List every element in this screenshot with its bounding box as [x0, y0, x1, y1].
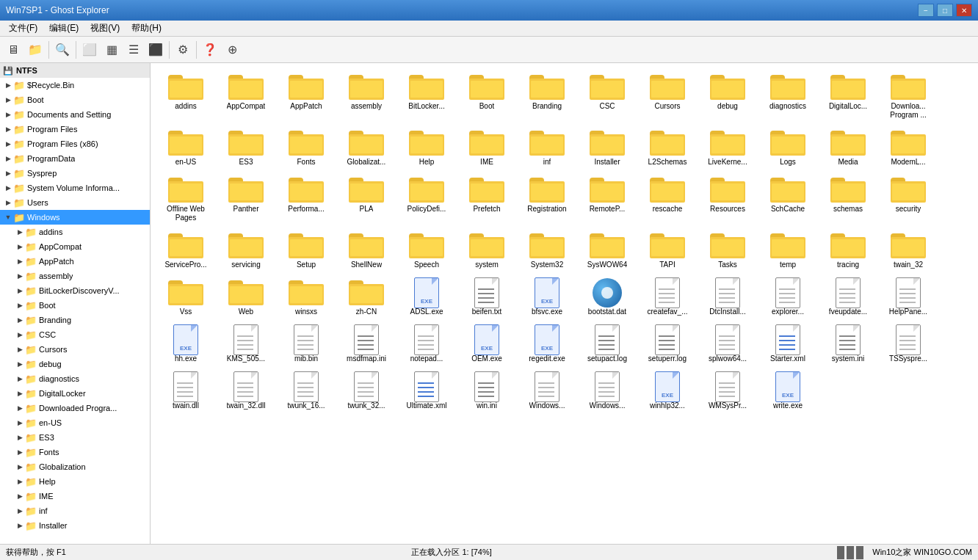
expander-14[interactable]: ▶	[15, 286, 25, 296]
sidebar-item-29[interactable]: ▶📁inf	[0, 503, 150, 518]
folder-item-28[interactable]: Performa...	[277, 172, 336, 226]
sidebar-item-9[interactable]: ▼📁Windows	[0, 210, 150, 225]
folder-item-42[interactable]: ShellNew	[337, 228, 396, 273]
expander-8[interactable]: ▶	[3, 197, 13, 208]
sidebar-item-8[interactable]: ▶📁Users	[0, 195, 150, 210]
folder-item-37[interactable]: schemas	[819, 172, 877, 226]
expander-26[interactable]: ▶	[15, 462, 25, 472]
file-item-18[interactable]: splwow64...	[698, 321, 757, 367]
expander-21[interactable]: ▶	[15, 388, 25, 399]
toolbar-btn-6[interactable]: ⬛	[145, 40, 166, 60]
toolbar-btn-8[interactable]: ⊕	[222, 40, 242, 60]
sidebar-item-18[interactable]: ▶📁Cursors	[0, 342, 150, 357]
folder-item-50[interactable]: tracing	[819, 228, 877, 273]
menu-file[interactable]: 文件(F)	[3, 21, 43, 36]
expander-17[interactable]: ▶	[15, 330, 25, 340]
toolbar-btn-4[interactable]: ▦	[101, 40, 122, 60]
folder-item-7[interactable]: CSC	[578, 69, 637, 123]
file-item-11[interactable]: mib.bin	[277, 321, 336, 367]
toolbar-btn-5[interactable]: ☰	[123, 40, 144, 60]
expander-2[interactable]: ▶	[3, 109, 13, 120]
expander-25[interactable]: ▶	[15, 447, 25, 457]
expander-15[interactable]: ▶	[15, 300, 25, 310]
expander-24[interactable]: ▶	[15, 432, 25, 443]
close-button[interactable]: ✕	[956, 4, 972, 17]
expander-1[interactable]: ▶	[3, 95, 13, 105]
folder-item-34[interactable]: rescache	[638, 172, 697, 226]
folder-item-39[interactable]: ServicePro...	[156, 228, 215, 273]
folder-item-3[interactable]: assembly	[337, 69, 396, 123]
folder-item-20[interactable]: Installer	[578, 125, 637, 170]
folder-item-10[interactable]: diagnostics	[758, 69, 817, 123]
folder-item-4[interactable]: BitLocker...	[397, 69, 456, 123]
expander-7[interactable]: ▶	[3, 183, 13, 193]
sidebar-item-17[interactable]: ▶📁CSC	[0, 327, 150, 342]
sidebar-item-6[interactable]: ▶📁Sysprep	[0, 166, 150, 181]
sidebar-item-25[interactable]: ▶📁Fonts	[0, 445, 150, 459]
expander-27[interactable]: ▶	[15, 476, 25, 487]
sidebar-item-24[interactable]: ▶📁ES3	[0, 430, 150, 445]
file-item-1[interactable]: beifen.txt	[457, 274, 516, 320]
folder-item-5[interactable]: Boot	[457, 69, 516, 123]
sidebar-item-21[interactable]: ▶📁DigitalLocker	[0, 386, 150, 401]
folder-item-40[interactable]: servicing	[217, 228, 275, 273]
sidebar-item-3[interactable]: ▶📁Program Files	[0, 122, 150, 137]
expander-6[interactable]: ▶	[3, 168, 13, 178]
sidebar-item-7[interactable]: ▶📁System Volume Informa...	[0, 181, 150, 195]
menu-edit[interactable]: 编辑(E)	[43, 21, 84, 36]
folder-item-48[interactable]: Tasks	[698, 228, 757, 273]
file-item-12[interactable]: msdfmap.ini	[337, 321, 396, 367]
expander-18[interactable]: ▶	[15, 344, 25, 354]
sidebar-item-15[interactable]: ▶📁Boot	[0, 298, 150, 313]
expander-19[interactable]: ▶	[15, 359, 25, 369]
expander-13[interactable]: ▶	[15, 271, 25, 281]
folder-item-52[interactable]: Vss	[156, 274, 215, 320]
folder-item-12[interactable]: Downloa... Program ...	[879, 69, 938, 123]
folder-item-32[interactable]: Registration	[518, 172, 576, 226]
folder-item-45[interactable]: System32	[518, 228, 576, 273]
toolbar-btn-3[interactable]: ⬜	[79, 40, 100, 60]
folder-item-11[interactable]: DigitalLoc...	[819, 69, 877, 123]
sidebar-item-28[interactable]: ▶📁IME	[0, 489, 150, 503]
folder-item-30[interactable]: PolicyDefi...	[397, 172, 456, 226]
folder-item-17[interactable]: Help	[397, 125, 456, 170]
file-item-6[interactable]: explorer...	[758, 274, 817, 320]
file-item-27[interactable]: win.ini	[457, 368, 516, 414]
folder-item-27[interactable]: Panther	[217, 172, 275, 226]
folder-item-33[interactable]: RemoteP...	[578, 172, 637, 226]
folder-item-16[interactable]: Globalizat...	[337, 125, 396, 170]
folder-item-0[interactable]: addins	[156, 69, 215, 123]
folder-item-14[interactable]: ES3	[217, 125, 275, 170]
sidebar-item-2[interactable]: ▶📁Documents and Setting	[0, 107, 150, 122]
content-area[interactable]: addinsAppCompatAppPatchassemblyBitLocker…	[151, 63, 978, 544]
folder-item-36[interactable]: SchCache	[758, 172, 817, 226]
file-item-21[interactable]: TSSyspre...	[879, 321, 938, 367]
folder-item-22[interactable]: LiveKerne...	[698, 125, 757, 170]
folder-item-18[interactable]: IME	[457, 125, 516, 170]
folder-item-31[interactable]: Prefetch	[457, 172, 516, 226]
file-item-29[interactable]: Windows...	[578, 368, 637, 414]
folder-item-35[interactable]: Resources	[698, 172, 757, 226]
sidebar-item-27[interactable]: ▶📁Help	[0, 474, 150, 489]
sidebar-item-4[interactable]: ▶📁Program Files (x86)	[0, 137, 150, 151]
file-item-19[interactable]: Starter.xml	[758, 321, 817, 367]
folder-item-26[interactable]: Offline Web Pages	[156, 172, 215, 226]
expander-23[interactable]: ▶	[15, 418, 25, 428]
expander-29[interactable]: ▶	[15, 506, 25, 516]
toolbar-btn-search[interactable]: 🔍	[52, 40, 73, 60]
sidebar-item-5[interactable]: ▶📁ProgramData	[0, 151, 150, 166]
expander-5[interactable]: ▶	[3, 153, 13, 164]
file-item-31[interactable]: WMSysPr...	[698, 368, 757, 414]
folder-item-54[interactable]: winsxs	[277, 274, 336, 320]
folder-item-8[interactable]: Cursors	[638, 69, 697, 123]
folder-item-25[interactable]: ModemL...	[879, 125, 938, 170]
folder-item-55[interactable]: zh-CN	[337, 274, 396, 320]
folder-item-15[interactable]: Fonts	[277, 125, 336, 170]
sidebar-item-14[interactable]: ▶📁BitLockerDiscoveryV...	[0, 283, 150, 298]
expander-3[interactable]: ▶	[3, 124, 13, 134]
folder-item-47[interactable]: TAPI	[638, 228, 697, 273]
toolbar-btn-help[interactable]: ❓	[200, 40, 220, 60]
sidebar-item-30[interactable]: ▶📁Installer	[0, 518, 150, 533]
file-item-14[interactable]: EXEOEM.exe	[457, 321, 516, 367]
file-item-9[interactable]: EXEhh.exe	[156, 321, 215, 367]
